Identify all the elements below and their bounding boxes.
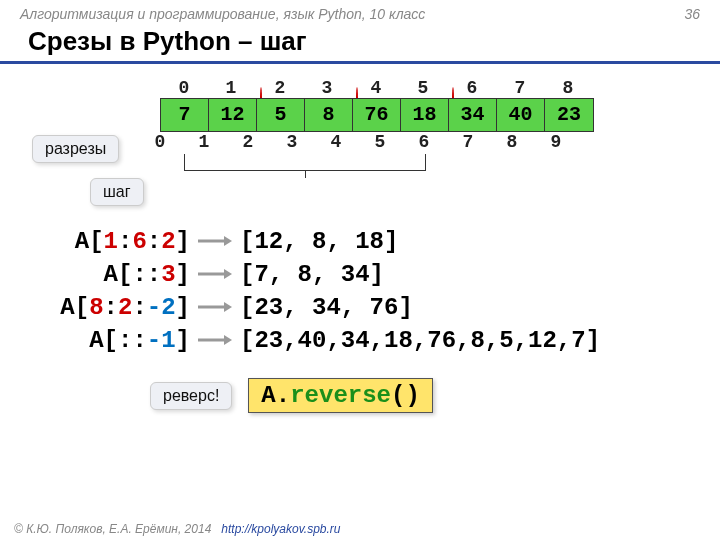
result-0: [12, 8, 18] [240, 228, 398, 255]
bottom-index: 5 [358, 132, 402, 152]
array-cell: 5 [257, 99, 305, 131]
course-title: Алгоритмизация и программирование, язык … [20, 6, 425, 22]
expr-0: A[1:6:2] [0, 228, 190, 255]
callout-reverse: реверс! [150, 382, 232, 410]
bottom-index: 6 [402, 132, 446, 152]
result-3: [23,40,34,18,76,8,5,12,7] [240, 327, 600, 354]
array-cell: 34 [449, 99, 497, 131]
top-index: 8 [544, 78, 592, 98]
svg-marker-1 [224, 236, 232, 246]
result-2: [23, 34, 76] [240, 294, 413, 321]
top-index: 4 [352, 78, 400, 98]
array-cell: 40 [497, 99, 545, 131]
top-index: 7 [496, 78, 544, 98]
top-index: 2 [256, 78, 304, 98]
bottom-index: 9 [534, 132, 578, 152]
top-index: 0 [160, 78, 208, 98]
svg-marker-3 [224, 269, 232, 279]
array-cell: 76 [353, 99, 401, 131]
bottom-index: 0 [138, 132, 182, 152]
array-cell: 12 [209, 99, 257, 131]
bottom-index: 7 [446, 132, 490, 152]
svg-marker-5 [224, 302, 232, 312]
examples-block: A[1:6:2] [12, 8, 18] A[::3] [7, 8, 34] A… [0, 228, 720, 354]
reverse-code: A.reverse() [248, 378, 432, 413]
callout-slices: разрезы [32, 135, 119, 163]
arrow-icon [190, 295, 240, 320]
array-cell: 7 [161, 99, 209, 131]
result-1: [7, 8, 34] [240, 261, 384, 288]
array-diagram: 012345678 712587618344023 0123456789 [160, 78, 630, 188]
array-cell: 8 [305, 99, 353, 131]
top-index: 1 [208, 78, 256, 98]
bottom-index: 2 [226, 132, 270, 152]
expr-3: A[::-1] [0, 327, 190, 354]
arrow-icon [190, 229, 240, 254]
arrow-icon [190, 262, 240, 287]
top-index: 6 [448, 78, 496, 98]
top-index: 5 [400, 78, 448, 98]
bottom-index: 1 [182, 132, 226, 152]
svg-marker-7 [224, 335, 232, 345]
array-cell: 18 [401, 99, 449, 131]
bottom-index: 8 [490, 132, 534, 152]
page-number: 36 [684, 6, 700, 22]
footer: © К.Ю. Поляков, Е.А. Ерёмин, 2014 http:/… [14, 522, 341, 536]
page-title: Срезы в Python – шаг [0, 24, 720, 64]
top-index: 3 [304, 78, 352, 98]
arrow-icon [190, 328, 240, 353]
callout-step: шаг [90, 178, 144, 206]
expr-2: A[8:2:-2] [0, 294, 190, 321]
expr-1: A[::3] [0, 261, 190, 288]
bottom-index: 3 [270, 132, 314, 152]
bottom-index: 4 [314, 132, 358, 152]
array-cell: 23 [545, 99, 593, 131]
